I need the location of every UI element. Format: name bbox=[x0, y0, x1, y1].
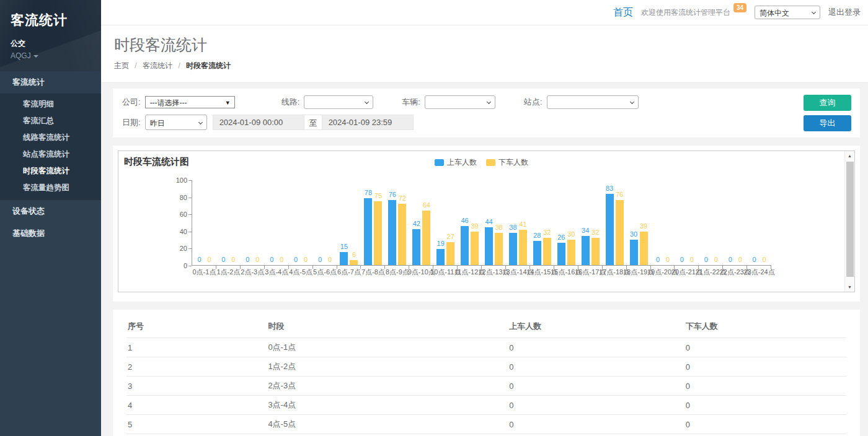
sidebar-subitem-0[interactable]: 客流明细 bbox=[0, 96, 101, 113]
main-area: 首页 欢迎使用客流统计管理平台 34 简体中文 退出登录 时段客流统计 主页 /… bbox=[101, 0, 868, 436]
bar-value-label: 0 bbox=[197, 256, 201, 263]
bar-wrap: 0 bbox=[278, 180, 286, 265]
bar-alighting bbox=[398, 204, 406, 265]
bar-group-20: 0020点-21点 bbox=[675, 180, 699, 265]
bar-value-label: 15 bbox=[340, 243, 348, 250]
bar-boarding bbox=[436, 249, 445, 265]
user-menu[interactable]: AQGJ bbox=[11, 51, 101, 60]
bar-value-label: 83 bbox=[606, 185, 613, 192]
sidebar-subitem-2[interactable]: 线路客流统计 bbox=[0, 129, 101, 146]
sidebar-section-other-1[interactable]: 基础数据 bbox=[0, 222, 101, 245]
bar-boarding bbox=[485, 227, 493, 265]
sidebar-subitem-4[interactable]: 时段客流统计 bbox=[0, 163, 101, 180]
bar-alighting bbox=[567, 240, 575, 265]
bar-wrap: 0 bbox=[712, 180, 720, 265]
legend-item-alighting[interactable]: 下车人数 bbox=[486, 157, 528, 168]
bar-wrap: 38 bbox=[509, 180, 517, 265]
bar-boarding bbox=[606, 194, 614, 265]
scrollbar-thumb[interactable] bbox=[846, 162, 854, 277]
date-start-input[interactable]: 2024-01-09 00:00 bbox=[213, 115, 304, 130]
bar-value-label: 78 bbox=[365, 189, 372, 196]
bar-value-label: 0 bbox=[280, 256, 283, 263]
bar-group-3: 003点-4点 bbox=[265, 180, 289, 265]
table-row: 10点-1点00 bbox=[126, 338, 846, 357]
caret-down-icon bbox=[33, 55, 38, 58]
bar-wrap: 76 bbox=[616, 180, 624, 265]
chart-scrollbar[interactable]: ▲ ▼ bbox=[844, 151, 854, 292]
date-end-input[interactable]: 2024-01-09 23:59 bbox=[322, 115, 414, 130]
sidebar-section-other-0[interactable]: 设备状态 bbox=[0, 200, 101, 222]
bar-wrap: 32 bbox=[543, 180, 551, 265]
table-panel: 序号时段上车人数下车人数 10点-1点0021点-2点0032点-3点0043点… bbox=[113, 310, 860, 436]
bar-alighting bbox=[495, 233, 503, 265]
home-link[interactable]: 首页 bbox=[613, 6, 633, 19]
table-cell: 3点-4点 bbox=[267, 396, 508, 415]
bar-alighting bbox=[640, 232, 648, 265]
welcome-text: 欢迎使用客流统计管理平台 bbox=[641, 7, 730, 18]
line-select[interactable] bbox=[304, 95, 373, 109]
bar-group-4: 004点-5点 bbox=[289, 180, 313, 265]
bar-wrap: 0 bbox=[750, 180, 758, 265]
station-select[interactable] bbox=[547, 95, 639, 109]
logout-link[interactable]: 退出登录 bbox=[828, 7, 861, 18]
breadcrumb-home[interactable]: 主页 bbox=[114, 61, 129, 70]
bar-alighting bbox=[350, 260, 358, 265]
sidebar-submenu: 客流明细客流汇总线路客流统计站点客流统计时段客流统计客流量趋势图 bbox=[0, 94, 101, 200]
date-preset-select[interactable]: 昨日 bbox=[145, 115, 207, 130]
table-cell: 6 bbox=[126, 434, 267, 436]
table-cell: 1 bbox=[126, 338, 267, 357]
notification-badge[interactable]: 34 bbox=[733, 3, 746, 12]
vehicle-label: 车辆: bbox=[402, 97, 420, 108]
company-select[interactable]: ---请选择--- ▼ bbox=[145, 96, 235, 108]
scroll-up-icon[interactable]: ▲ bbox=[845, 151, 854, 160]
table-cell: 4点-5点 bbox=[267, 415, 508, 434]
station-label: 站点: bbox=[524, 97, 542, 108]
bar-value-label: 0 bbox=[728, 256, 732, 263]
bar-alighting bbox=[374, 201, 382, 266]
sidebar-section-passenger-stats[interactable]: 客流统计 bbox=[0, 71, 101, 94]
app-logo: 客流统计 bbox=[11, 11, 101, 30]
sidebar-subitem-1[interactable]: 客流汇总 bbox=[0, 113, 101, 129]
table-row: 54点-5点00 bbox=[126, 415, 846, 434]
scroll-down-icon[interactable]: ▼ bbox=[845, 282, 854, 292]
query-button[interactable]: 查询 bbox=[804, 95, 851, 111]
y-axis-label: 0 bbox=[164, 262, 187, 269]
breadcrumb-passenger-stats[interactable]: 客流统计 bbox=[143, 61, 172, 70]
bar-boarding bbox=[557, 243, 565, 265]
bar-group-19: 0019点-20点 bbox=[651, 180, 675, 265]
bar-alighting bbox=[616, 200, 624, 265]
bar-wrap: 0 bbox=[760, 180, 768, 265]
bar-alighting bbox=[422, 211, 430, 265]
bar-value-label: 28 bbox=[533, 232, 541, 239]
bar-boarding bbox=[412, 229, 420, 265]
table-column-header-2: 上车人数 bbox=[508, 316, 684, 338]
bar-wrap: 28 bbox=[533, 180, 541, 265]
bar-boarding bbox=[340, 252, 348, 265]
bar-wrap: 41 bbox=[519, 180, 527, 265]
export-button[interactable]: 导出 bbox=[804, 115, 851, 131]
company-label: 公司: bbox=[122, 97, 141, 108]
bar-boarding bbox=[388, 200, 396, 265]
legend-item-boarding[interactable]: 上车人数 bbox=[435, 157, 477, 168]
sidebar-subitem-5[interactable]: 客流量趋势图 bbox=[0, 180, 101, 196]
x-axis-label: 0点-1点 bbox=[193, 268, 216, 277]
bar-value-label: 6 bbox=[352, 251, 356, 258]
table-cell: 0 bbox=[508, 377, 684, 396]
bar-group-11: 463911点-12点 bbox=[458, 180, 482, 265]
bar-wrap: 38 bbox=[495, 180, 503, 265]
vehicle-select[interactable] bbox=[425, 95, 495, 109]
sidebar-subitem-3[interactable]: 站点客流统计 bbox=[0, 146, 101, 163]
bar-value-label: 0 bbox=[680, 256, 684, 263]
bar-group-5: 005点-6点 bbox=[313, 180, 337, 265]
bar-wrap: 0 bbox=[702, 180, 710, 265]
bar-group-14: 283214点-15点 bbox=[530, 180, 554, 265]
bar-value-label: 39 bbox=[640, 222, 647, 230]
bar-value-label: 0 bbox=[294, 256, 298, 263]
filter-panel: 公司: ---请选择--- ▼ 线路: 车辆: 站点: bbox=[113, 89, 860, 137]
chart-panel: 时段车流统计图 上车人数 下车人数 000点-1点001点-2点002点-3点0… bbox=[113, 146, 860, 302]
bar-wrap: 0 bbox=[254, 180, 262, 265]
page-title: 时段客流统计 bbox=[114, 35, 868, 55]
language-select[interactable]: 简体中文 bbox=[755, 6, 820, 19]
bar-wrap: 0 bbox=[219, 180, 228, 265]
user-code-label: AQGJ bbox=[11, 51, 31, 60]
